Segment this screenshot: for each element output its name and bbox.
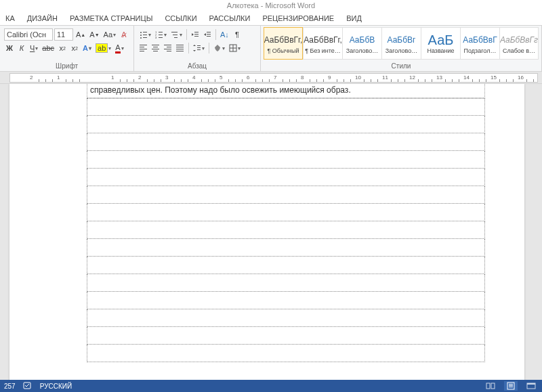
table-row[interactable]	[87, 292, 485, 309]
table-row[interactable]	[87, 186, 485, 204]
strikethrough-button[interactable]: abc	[41, 42, 56, 54]
grow-font-button[interactable]: A▲	[75, 28, 87, 41]
increase-indent-button[interactable]	[202, 28, 213, 41]
svg-rect-22	[140, 47, 144, 47]
status-page[interactable]: 257	[4, 383, 16, 390]
tab-ka[interactable]: КА	[5, 14, 15, 22]
page-content[interactable]: справедливых цен. Поэтому надо было осве…	[87, 84, 485, 362]
font-name-combo[interactable]: Calibri (Осн	[4, 28, 53, 41]
font-size-combo[interactable]: 11	[54, 28, 73, 41]
svg-rect-21	[140, 45, 147, 45]
style-item-2[interactable]: АаБбВЗаголово…	[342, 27, 381, 60]
table-row[interactable]	[87, 257, 485, 274]
svg-rect-30	[167, 47, 171, 47]
show-marks-button[interactable]: ¶	[232, 28, 243, 41]
multilevel-list-button[interactable]: ▾	[169, 28, 184, 41]
table-row[interactable]	[87, 309, 485, 327]
bold-button[interactable]: Ж	[4, 42, 15, 54]
underline-button[interactable]: Ч▾	[28, 42, 39, 54]
styles-group-label: Стили	[264, 61, 539, 70]
bullets-button[interactable]: ▾	[138, 28, 152, 41]
tab-view[interactable]: ВИД	[346, 14, 362, 22]
separator-icon	[209, 43, 209, 53]
view-web-layout-button[interactable]	[524, 381, 538, 391]
styles-gallery[interactable]: АаБбВвГг,¶ ОбычныйАаБбВвГг,¶ Без инте…Аа…	[264, 27, 539, 60]
ruler-number: 15	[491, 74, 497, 81]
shading-button[interactable]: ▾	[212, 42, 226, 54]
svg-rect-36	[176, 51, 184, 51]
style-item-0[interactable]: АаБбВвГг,¶ Обычный	[264, 27, 303, 60]
svg-rect-44	[486, 383, 490, 389]
ruler-number: 5	[220, 74, 222, 81]
table-row[interactable]	[87, 133, 485, 151]
ruler-number: 7	[274, 74, 276, 81]
table-row[interactable]	[87, 204, 485, 221]
svg-rect-15	[194, 32, 199, 32]
svg-text:3: 3	[155, 36, 157, 39]
subscript-button[interactable]: x2	[57, 42, 68, 54]
svg-rect-18	[207, 32, 211, 32]
ruler-number: 14	[463, 74, 470, 81]
svg-rect-19	[207, 34, 211, 35]
page: справедливых цен. Поэтому надо было осве…	[9, 84, 524, 380]
style-item-6[interactable]: АаБбВвГгСлабое в…	[499, 27, 539, 60]
tab-mailings[interactable]: РАССЫЛКИ	[209, 14, 251, 22]
superscript-button[interactable]: x2	[69, 42, 80, 54]
style-item-4[interactable]: АаБНазвание	[421, 27, 460, 60]
proofing-icon[interactable]	[22, 381, 33, 391]
tab-page-layout[interactable]: РАЗМЕТКА СТРАНИЦЫ	[70, 14, 152, 22]
change-case-button[interactable]: Aa▾	[102, 28, 117, 41]
view-read-mode-button[interactable]	[484, 381, 497, 391]
decrease-indent-button[interactable]	[190, 28, 201, 41]
style-sample: АаБ	[428, 32, 454, 47]
tab-design[interactable]: ДИЗАЙН	[27, 14, 58, 22]
table-row[interactable]	[87, 98, 485, 116]
table-row[interactable]	[87, 239, 485, 257]
style-label: Подзагол…	[461, 47, 499, 54]
ruler-number: 1	[111, 74, 114, 81]
justify-button[interactable]	[175, 42, 186, 54]
style-item-5[interactable]: АаБбВвГПодзагол…	[460, 27, 499, 60]
italic-button[interactable]: К	[16, 42, 27, 54]
tab-references[interactable]: ССЫЛКИ	[165, 14, 196, 22]
svg-rect-48	[509, 385, 513, 386]
table-row[interactable]	[87, 221, 485, 239]
tab-review[interactable]: РЕЦЕНЗИРОВАНИЕ	[262, 14, 334, 22]
table-row[interactable]	[87, 151, 485, 169]
table-row[interactable]	[87, 169, 485, 186]
shrink-font-button[interactable]: A▼	[88, 28, 100, 41]
style-sample: АаБбВ	[350, 32, 375, 47]
borders-button[interactable]: ▾	[228, 42, 242, 54]
clear-formatting-button[interactable]: A̷	[119, 28, 129, 41]
table-row[interactable]	[87, 274, 485, 292]
style-label: ¶ Обычный	[265, 47, 301, 54]
svg-rect-35	[176, 49, 184, 49]
ruler-number: 3	[165, 74, 168, 81]
svg-rect-9	[159, 35, 163, 35]
text-effects-button[interactable]: A▾	[81, 42, 93, 54]
sort-button[interactable]: A↓	[219, 28, 230, 41]
horizontal-ruler[interactable]: 2112345678910111213141516	[9, 73, 538, 83]
table-row[interactable]	[87, 345, 485, 362]
line-spacing-button[interactable]: ▾	[192, 42, 206, 54]
svg-point-4	[140, 37, 142, 39]
document-area[interactable]: справедливых цен. Поэтому надо было осве…	[0, 84, 542, 380]
status-language[interactable]: РУССКИЙ	[40, 383, 72, 390]
svg-rect-47	[509, 384, 513, 385]
paragraph-group-label: Абзац	[138, 61, 256, 70]
table-row[interactable]	[87, 116, 485, 133]
table-row[interactable]	[87, 327, 485, 345]
align-center-button[interactable]	[150, 42, 161, 54]
style-sample: АаБбВвГ	[463, 32, 497, 47]
svg-rect-39	[197, 49, 201, 50]
view-print-layout-button[interactable]	[504, 381, 518, 391]
style-item-3[interactable]: АаБбВгЗаголово…	[381, 27, 421, 60]
document-text-line[interactable]: справедливых цен. Поэтому надо было осве…	[87, 84, 485, 98]
style-item-1[interactable]: АаБбВвГг,¶ Без инте…	[303, 27, 342, 60]
font-color-button[interactable]: A▾	[114, 42, 125, 54]
align-right-button[interactable]	[163, 42, 173, 54]
align-left-button[interactable]	[138, 42, 149, 54]
highlight-button[interactable]: ab▾	[94, 42, 112, 54]
svg-rect-3	[143, 35, 147, 35]
numbering-button[interactable]: 123▾	[154, 28, 168, 41]
